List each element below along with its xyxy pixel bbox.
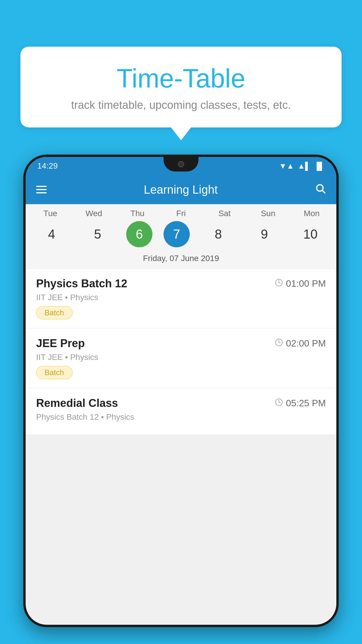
item-3-meta: Physics Batch 12 • Physics	[36, 412, 326, 422]
item-2-time: 02:00 PM	[275, 338, 326, 349]
schedule-list: Physics Batch 12 01:00 PM IIT JEE • P	[26, 269, 336, 435]
selected-date-label: Friday, 07 June 2019	[26, 252, 336, 269]
day-label-fri: Fri	[164, 209, 198, 218]
schedule-item-1[interactable]: Physics Batch 12 01:00 PM IIT JEE • P	[26, 269, 336, 328]
phone-notch	[164, 157, 198, 172]
item-3-name: Remedial Class	[36, 397, 118, 410]
menu-button[interactable]	[36, 186, 47, 193]
schedule-item-3[interactable]: Remedial Class 05:25 PM Physics Batch	[26, 388, 336, 435]
clock-icon-1	[275, 278, 283, 289]
wifi-icon: ▼▲	[279, 162, 294, 171]
day-label-mon: Mon	[294, 209, 329, 218]
day-label-sat: Sat	[207, 209, 242, 218]
day-8[interactable]: 8	[201, 221, 236, 247]
bubble-title: Time-Table	[35, 64, 327, 93]
bubble-subtitle: track timetable, upcoming classes, tests…	[35, 99, 327, 111]
item-3-time: 05:25 PM	[275, 398, 326, 409]
day-numbers: 4 5 6 7 8 9 10	[26, 221, 336, 252]
day-label-thu: Thu	[120, 209, 155, 218]
svg-line-1	[322, 190, 325, 193]
day-labels: Tue Wed Thu Fri Sat Sun Mon	[26, 209, 336, 221]
item-2-name: JEE Prep	[36, 337, 85, 350]
item-2-badge: Batch	[36, 366, 73, 379]
item-1-name: Physics Batch 12	[36, 277, 127, 290]
day-label-sun: Sun	[251, 209, 286, 218]
schedule-item-2[interactable]: JEE Prep 02:00 PM IIT JEE • Physics	[26, 328, 336, 388]
day-10[interactable]: 10	[293, 221, 328, 247]
item-1-badge: Batch	[36, 306, 73, 319]
day-7-selected[interactable]: 7	[164, 221, 190, 247]
item-1-time: 01:00 PM	[275, 278, 326, 289]
speech-bubble-card: Time-Table track timetable, upcoming cla…	[20, 47, 342, 127]
item-3-header: Remedial Class 05:25 PM	[36, 397, 326, 410]
day-4[interactable]: 4	[34, 221, 69, 247]
item-2-header: JEE Prep 02:00 PM	[36, 337, 326, 350]
signal-icon: ▲▌	[298, 162, 310, 171]
item-1-header: Physics Batch 12 01:00 PM	[36, 277, 326, 290]
app-bar: Learning Light	[26, 175, 336, 204]
day-label-wed: Wed	[76, 209, 111, 218]
status-icons: ▼▲ ▲▌ ▐▌	[279, 162, 325, 171]
phone-container: 14:29 ▼▲ ▲▌ ▐▌ Learning Light	[23, 155, 339, 644]
day-6-today[interactable]: 6	[126, 221, 152, 247]
status-time: 14:29	[37, 161, 58, 171]
day-5[interactable]: 5	[80, 221, 115, 247]
battery-icon: ▐▌	[314, 162, 325, 171]
clock-icon-3	[275, 398, 283, 409]
camera-icon	[178, 161, 184, 167]
app-title: Learning Light	[55, 183, 306, 196]
phone-screen: 14:29 ▼▲ ▲▌ ▐▌ Learning Light	[26, 157, 336, 625]
search-button[interactable]	[315, 183, 326, 197]
day-label-tue: Tue	[33, 209, 68, 218]
calendar-strip: Tue Wed Thu Fri Sat Sun Mon 4 5 6 7 8 9 …	[26, 204, 336, 269]
clock-icon-2	[275, 338, 283, 349]
item-2-meta: IIT JEE • Physics	[36, 353, 326, 362]
phone-frame: 14:29 ▼▲ ▲▌ ▐▌ Learning Light	[23, 155, 339, 627]
day-9[interactable]: 9	[247, 221, 282, 247]
item-1-meta: IIT JEE • Physics	[36, 293, 326, 302]
